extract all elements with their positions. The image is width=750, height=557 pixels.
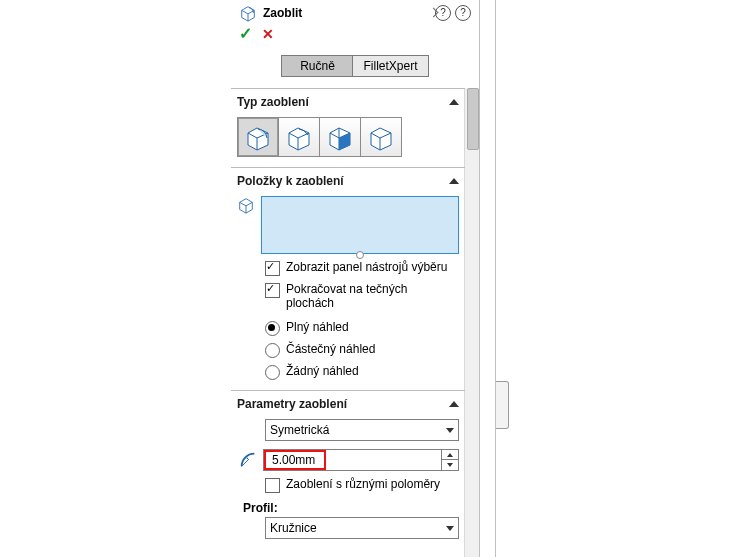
fillet-type-constant[interactable] (237, 117, 279, 157)
chevron-down-icon (446, 428, 454, 433)
panel-body: Typ zaoblení Položky k zaoblení (231, 88, 465, 557)
scrollbar-thumb[interactable] (467, 88, 479, 150)
label-show-selection-toolbar: Zobrazit panel nástrojů výběru (286, 260, 447, 274)
dropdown-symmetry-value: Symetrická (270, 423, 329, 437)
label-profile: Profil: (243, 501, 459, 515)
radius-value-highlight (264, 450, 326, 470)
section-header-fillet-type[interactable]: Typ zaoblení (231, 89, 465, 113)
triangle-down-icon (447, 463, 453, 467)
panel-outer-divider (495, 0, 496, 557)
checkbox-multi-radius[interactable] (265, 478, 280, 493)
tab-manual[interactable]: Ručně (281, 55, 353, 77)
confirm-row: ✓ ✕ (231, 24, 479, 49)
label-partial-preview: Částečný náhled (286, 342, 375, 356)
radio-full-preview[interactable] (265, 321, 280, 336)
radio-no-preview[interactable] (265, 365, 280, 380)
label-full-preview: Plný náhled (286, 320, 349, 334)
selection-filter-icon (237, 196, 255, 214)
dropdown-profile-value: Kružnice (270, 521, 317, 535)
resize-grip-icon[interactable] (356, 251, 364, 259)
section-fillet-type: Typ zaoblení (231, 88, 465, 167)
mode-tabs: Ručně FilletXpert (231, 49, 479, 83)
radius-input[interactable] (268, 453, 322, 467)
help-icon[interactable]: ? (455, 5, 471, 21)
checkbox-show-selection-toolbar[interactable] (265, 261, 280, 276)
collapse-caret-icon (449, 401, 459, 407)
radius-spinbox[interactable] (263, 449, 459, 471)
dropdown-profile[interactable]: Kružnice (265, 517, 459, 539)
section-title: Parametry zaoblení (237, 397, 347, 411)
selection-list[interactable] (261, 196, 459, 254)
tab-filletxpert[interactable]: FilletXpert (353, 55, 428, 77)
fillet-type-full-round[interactable] (361, 117, 402, 157)
fillet-type-buttons (237, 117, 459, 157)
fillet-type-variable[interactable] (279, 117, 320, 157)
fillet-type-face[interactable] (320, 117, 361, 157)
ok-button[interactable]: ✓ (239, 24, 252, 43)
section-header-params[interactable]: Parametry zaoblení (231, 391, 465, 415)
panel-title: Zaoblit (263, 6, 302, 20)
label-no-preview: Žádný náhled (286, 364, 359, 378)
checkbox-tangent-propagation[interactable] (265, 283, 280, 298)
fillet-feature-icon (239, 4, 257, 22)
section-items: Položky k zaoblení Zobrazit panel nástro… (231, 167, 465, 390)
fillet-property-panel: Zaoblit ? ? ✓ ✕ Ručně FilletXpert Typ za… (231, 0, 480, 557)
help-detailed-icon[interactable]: ? (435, 5, 451, 21)
cancel-button[interactable]: ✕ (262, 26, 274, 42)
section-title: Typ zaoblení (237, 95, 309, 109)
spin-up-button[interactable] (442, 450, 458, 460)
collapse-caret-icon (449, 99, 459, 105)
collapse-caret-icon (449, 178, 459, 184)
section-header-items[interactable]: Položky k zaoblení (231, 168, 465, 192)
scrollbar-track[interactable] (464, 88, 479, 557)
radio-partial-preview[interactable] (265, 343, 280, 358)
flyout-tab-handle[interactable] (496, 381, 509, 429)
spin-down-button[interactable] (442, 460, 458, 469)
label-multi-radius: Zaoblení s různými poloměry (286, 477, 440, 491)
triangle-up-icon (447, 453, 453, 457)
section-params: Parametry zaoblení Symetrická (231, 390, 465, 549)
panel-header: Zaoblit ? ? (231, 0, 479, 24)
chevron-down-icon (446, 526, 454, 531)
dropdown-symmetry[interactable]: Symetrická (265, 419, 459, 441)
label-tangent-propagation: Pokračovat na tečných plochách (286, 282, 436, 310)
radius-icon (239, 451, 257, 469)
section-title: Položky k zaoblení (237, 174, 344, 188)
